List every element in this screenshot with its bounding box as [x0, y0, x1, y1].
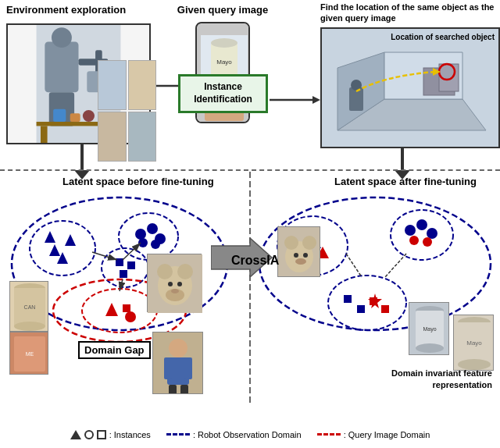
scene-svg [322, 29, 500, 148]
svg-point-52 [151, 240, 160, 249]
big-arrow-down-left [70, 144, 94, 180]
can-right-svg: Mayo [454, 315, 494, 371]
scene-box: Location of searched object [320, 27, 500, 148]
svg-point-49 [147, 223, 158, 234]
can-thumbnail-right: Mayo [453, 315, 494, 371]
svg-point-96 [405, 225, 416, 236]
svg-point-98 [427, 228, 438, 239]
svg-rect-56 [120, 270, 127, 278]
svg-marker-43 [49, 244, 60, 256]
svg-point-72 [177, 282, 182, 286]
svg-rect-11 [70, 113, 80, 122]
bear-right-svg [278, 227, 320, 277]
svg-rect-103 [357, 305, 365, 313]
label-left-svg: ME [10, 332, 48, 375]
legend-triangle-icon [70, 430, 81, 439]
find-location-label: Find the location of the same object as … [320, 2, 498, 24]
svg-point-83 [169, 339, 188, 357]
person-thumbnail [152, 332, 203, 394]
svg-point-69 [177, 264, 193, 279]
arrow-instance-to-scene [270, 92, 320, 108]
svg-point-68 [157, 264, 173, 279]
svg-rect-60 [123, 304, 130, 312]
instance-identification-box: Instance Identification [178, 74, 268, 113]
top-section: Environment exploration [0, 0, 500, 172]
svg-point-97 [416, 219, 427, 230]
svg-point-31 [351, 80, 362, 91]
svg-rect-1 [45, 42, 78, 93]
latent-after-label: Latent space after fine-tuning [334, 176, 477, 187]
svg-point-51 [138, 238, 148, 247]
svg-point-47 [119, 213, 178, 260]
svg-point-114 [303, 253, 308, 258]
domain-invariant-label: Domain invariant featurerepresentation [391, 368, 492, 390]
svg-point-48 [135, 229, 146, 240]
svg-marker-25 [312, 96, 320, 104]
legend-instances-label: : Instances [109, 430, 151, 439]
svg-point-115 [295, 258, 306, 265]
person-svg [153, 332, 203, 394]
crossia-label: CrossIA [231, 254, 279, 268]
label-thumbnail-left: ME [9, 332, 48, 375]
legend-instances: : Instances [70, 430, 151, 439]
legend-red-line-icon [317, 433, 341, 436]
svg-text:Mayo: Mayo [423, 326, 436, 332]
legend-robot-label: : Robot Observation Domain [193, 430, 302, 439]
svg-text:Mayo: Mayo [466, 340, 482, 347]
svg-point-42 [30, 221, 95, 276]
svg-point-124 [416, 343, 444, 353]
bear-svg [148, 254, 202, 313]
svg-point-61 [125, 311, 136, 322]
svg-point-58 [82, 289, 157, 332]
legend: : Instances : Robot Observation Domain :… [0, 421, 500, 448]
svg-point-113 [294, 253, 298, 258]
svg-point-77 [14, 322, 45, 331]
svg-point-73 [171, 289, 179, 293]
domain-gap-label: Domain Gap [78, 341, 151, 359]
svg-point-71 [168, 282, 173, 286]
svg-rect-86 [184, 357, 192, 379]
svg-text:ME: ME [26, 351, 34, 357]
svg-point-99 [409, 236, 419, 245]
svg-line-107 [346, 254, 362, 277]
svg-marker-46 [45, 231, 55, 243]
svg-line-108 [385, 254, 406, 277]
bottom-section: Latent space before fine-tuning Latent s… [0, 176, 500, 418]
instance-label: Instance Identification [194, 81, 252, 105]
legend-query-label: : Query Image Domain [344, 430, 430, 439]
obj-cell-2 [128, 60, 157, 110]
bear-thumbnail-right [277, 226, 320, 277]
svg-point-100 [423, 237, 432, 247]
svg-marker-59 [105, 303, 118, 316]
svg-rect-105 [381, 305, 389, 313]
main-diagram: Environment exploration [0, 0, 500, 448]
svg-point-18 [211, 38, 238, 48]
query-image-label: Given query image [172, 4, 273, 16]
mayo-thumbnail-right: Mayo [409, 302, 449, 355]
env-exploration-box [6, 23, 151, 144]
obj-cell-3 [98, 112, 127, 162]
can-left-svg: CAN [10, 282, 48, 332]
latent-before-label: Latent space before fine-tuning [62, 176, 214, 187]
legend-query-domain: : Query Image Domain [317, 430, 430, 439]
svg-rect-87 [169, 385, 177, 394]
svg-point-3 [52, 27, 72, 48]
svg-rect-8 [41, 126, 48, 143]
svg-point-12 [83, 110, 95, 122]
svg-text:Mayo: Mayo [216, 59, 232, 66]
svg-point-101 [328, 276, 406, 330]
big-arrow-down-right [391, 148, 414, 180]
svg-point-112 [302, 236, 316, 250]
svg-point-95 [391, 210, 453, 260]
svg-rect-55 [127, 261, 135, 269]
svg-rect-10 [53, 109, 66, 122]
svg-rect-88 [180, 385, 188, 394]
env-exploration-label: Environment exploration [6, 4, 126, 16]
bear-thumbnail [147, 254, 202, 312]
svg-line-62 [92, 252, 117, 260]
searched-object-label: Location of searched object [391, 33, 495, 41]
svg-rect-102 [344, 295, 352, 303]
svg-text:CAN: CAN [24, 304, 36, 310]
svg-rect-85 [164, 357, 172, 379]
obj-cell-4 [128, 112, 157, 162]
